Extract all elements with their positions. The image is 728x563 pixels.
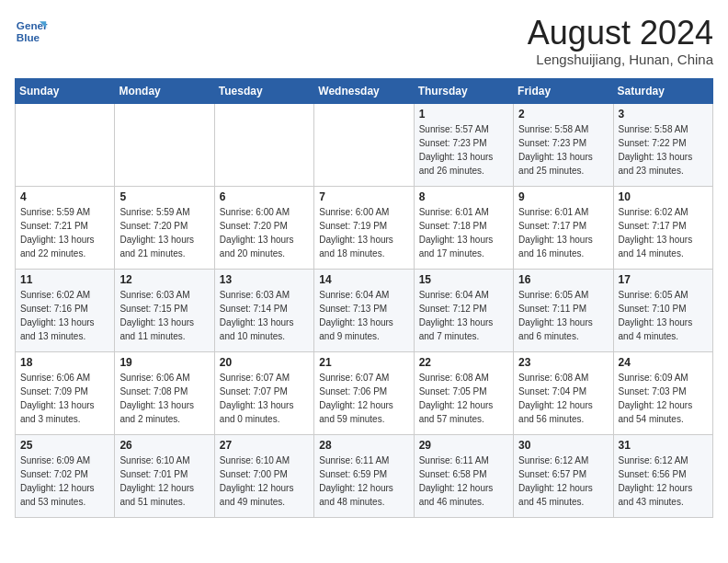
day-info: Sunrise: 6:00 AM Sunset: 7:20 PM Dayligh… [220,205,309,260]
day-info: Sunrise: 5:59 AM Sunset: 7:20 PM Dayligh… [119,205,209,260]
calendar-cell: 28Sunrise: 6:11 AM Sunset: 6:59 PM Dayli… [314,434,414,517]
calendar-cell: 9Sunrise: 6:01 AM Sunset: 7:17 PM Daylig… [514,186,613,269]
day-number: 27 [220,439,309,452]
day-info: Sunrise: 6:09 AM Sunset: 7:02 PM Dayligh… [20,454,109,509]
day-number: 8 [419,190,508,203]
calendar-cell [16,103,115,186]
calendar-cell: 8Sunrise: 6:01 AM Sunset: 7:18 PM Daylig… [414,186,513,269]
col-header-friday: Friday [514,78,613,103]
week-row-1: 1Sunrise: 5:57 AM Sunset: 7:23 PM Daylig… [16,103,713,186]
day-number: 20 [220,356,309,369]
day-info: Sunrise: 6:12 AM Sunset: 6:56 PM Dayligh… [619,454,708,509]
day-number: 13 [220,273,309,286]
calendar-cell: 2Sunrise: 5:58 AM Sunset: 7:23 PM Daylig… [514,103,613,186]
day-info: Sunrise: 6:02 AM Sunset: 7:17 PM Dayligh… [619,205,708,260]
day-number: 25 [20,439,109,452]
month-title: August 2024 [528,15,713,52]
day-number: 28 [319,439,408,452]
day-info: Sunrise: 5:59 AM Sunset: 7:21 PM Dayligh… [20,205,109,260]
col-header-tuesday: Tuesday [214,78,313,103]
calendar-header-row: SundayMondayTuesdayWednesdayThursdayFrid… [16,78,713,103]
day-info: Sunrise: 5:57 AM Sunset: 7:23 PM Dayligh… [419,122,508,178]
day-info: Sunrise: 6:10 AM Sunset: 7:01 PM Dayligh… [119,454,209,509]
week-row-5: 25Sunrise: 6:09 AM Sunset: 7:02 PM Dayli… [16,434,713,517]
day-number: 21 [319,356,408,369]
day-number: 5 [119,190,209,203]
day-number: 12 [119,273,209,286]
day-number: 2 [518,108,608,121]
calendar-cell: 3Sunrise: 5:58 AM Sunset: 7:22 PM Daylig… [613,103,712,186]
day-info: Sunrise: 6:09 AM Sunset: 7:03 PM Dayligh… [619,371,708,426]
calendar-cell: 13Sunrise: 6:03 AM Sunset: 7:14 PM Dayli… [214,269,313,351]
day-number: 16 [518,273,608,286]
day-info: Sunrise: 6:10 AM Sunset: 7:00 PM Dayligh… [220,454,309,509]
calendar-cell [115,103,214,186]
calendar-cell: 12Sunrise: 6:03 AM Sunset: 7:15 PM Dayli… [115,269,214,351]
day-number: 4 [20,190,109,203]
logo: General Blue [15,15,48,48]
calendar-cell: 26Sunrise: 6:10 AM Sunset: 7:01 PM Dayli… [115,434,214,517]
calendar-cell: 7Sunrise: 6:00 AM Sunset: 7:19 PM Daylig… [314,186,414,269]
calendar-cell: 29Sunrise: 6:11 AM Sunset: 6:58 PM Dayli… [414,434,513,517]
calendar-cell: 27Sunrise: 6:10 AM Sunset: 7:00 PM Dayli… [214,434,313,517]
calendar-cell: 10Sunrise: 6:02 AM Sunset: 7:17 PM Dayli… [613,186,712,269]
day-info: Sunrise: 6:12 AM Sunset: 6:57 PM Dayligh… [518,454,608,509]
day-info: Sunrise: 6:06 AM Sunset: 7:09 PM Dayligh… [20,371,109,426]
day-info: Sunrise: 6:05 AM Sunset: 7:10 PM Dayligh… [619,288,708,343]
calendar-cell: 4Sunrise: 5:59 AM Sunset: 7:21 PM Daylig… [16,186,115,269]
day-number: 10 [619,190,708,203]
day-info: Sunrise: 6:04 AM Sunset: 7:13 PM Dayligh… [319,288,408,343]
col-header-saturday: Saturday [613,78,712,103]
location: Lengshuijiang, Hunan, China [528,52,713,67]
day-info: Sunrise: 6:02 AM Sunset: 7:16 PM Dayligh… [20,288,109,343]
col-header-sunday: Sunday [16,78,115,103]
day-info: Sunrise: 6:01 AM Sunset: 7:17 PM Dayligh… [518,205,608,260]
calendar-cell: 24Sunrise: 6:09 AM Sunset: 7:03 PM Dayli… [613,351,712,434]
day-number: 30 [518,439,608,452]
calendar-cell: 5Sunrise: 5:59 AM Sunset: 7:20 PM Daylig… [115,186,214,269]
calendar-cell: 14Sunrise: 6:04 AM Sunset: 7:13 PM Dayli… [314,269,414,351]
week-row-3: 11Sunrise: 6:02 AM Sunset: 7:16 PM Dayli… [16,269,713,351]
logo-icon: General Blue [15,15,48,48]
day-number: 14 [319,273,408,286]
day-number: 1 [419,108,508,121]
day-number: 6 [220,190,309,203]
day-info: Sunrise: 6:11 AM Sunset: 6:59 PM Dayligh… [319,454,408,509]
calendar-cell: 31Sunrise: 6:12 AM Sunset: 6:56 PM Dayli… [613,434,712,517]
calendar-cell: 19Sunrise: 6:06 AM Sunset: 7:08 PM Dayli… [115,351,214,434]
calendar-cell: 21Sunrise: 6:07 AM Sunset: 7:06 PM Dayli… [314,351,414,434]
calendar-cell [314,103,414,186]
day-number: 3 [619,108,708,121]
calendar-cell: 15Sunrise: 6:04 AM Sunset: 7:12 PM Dayli… [414,269,513,351]
calendar-cell: 11Sunrise: 6:02 AM Sunset: 7:16 PM Dayli… [16,269,115,351]
day-info: Sunrise: 6:03 AM Sunset: 7:14 PM Dayligh… [220,288,309,343]
svg-text:Blue: Blue [17,31,40,43]
day-number: 26 [119,439,209,452]
day-info: Sunrise: 6:07 AM Sunset: 7:06 PM Dayligh… [319,371,408,426]
day-info: Sunrise: 6:01 AM Sunset: 7:18 PM Dayligh… [419,205,508,260]
col-header-monday: Monday [115,78,214,103]
day-info: Sunrise: 6:11 AM Sunset: 6:58 PM Dayligh… [419,454,508,509]
day-number: 29 [419,439,508,452]
day-number: 7 [319,190,408,203]
calendar-table: SundayMondayTuesdayWednesdayThursdayFrid… [15,78,713,518]
page-header: General Blue August 2024 Lengshuijiang, … [15,15,713,67]
week-row-4: 18Sunrise: 6:06 AM Sunset: 7:09 PM Dayli… [16,351,713,434]
day-info: Sunrise: 5:58 AM Sunset: 7:23 PM Dayligh… [518,122,608,178]
calendar-cell: 16Sunrise: 6:05 AM Sunset: 7:11 PM Dayli… [514,269,613,351]
calendar-cell: 25Sunrise: 6:09 AM Sunset: 7:02 PM Dayli… [16,434,115,517]
day-number: 17 [619,273,708,286]
day-info: Sunrise: 5:58 AM Sunset: 7:22 PM Dayligh… [619,122,708,178]
day-info: Sunrise: 6:04 AM Sunset: 7:12 PM Dayligh… [419,288,508,343]
day-info: Sunrise: 6:08 AM Sunset: 7:05 PM Dayligh… [419,371,508,426]
col-header-wednesday: Wednesday [314,78,414,103]
day-info: Sunrise: 6:00 AM Sunset: 7:19 PM Dayligh… [319,205,408,260]
calendar-cell: 30Sunrise: 6:12 AM Sunset: 6:57 PM Dayli… [514,434,613,517]
day-info: Sunrise: 6:08 AM Sunset: 7:04 PM Dayligh… [518,371,608,426]
day-number: 24 [619,356,708,369]
day-number: 23 [518,356,608,369]
calendar-cell: 6Sunrise: 6:00 AM Sunset: 7:20 PM Daylig… [214,186,313,269]
calendar-cell [214,103,313,186]
calendar-cell: 1Sunrise: 5:57 AM Sunset: 7:23 PM Daylig… [414,103,513,186]
day-number: 11 [20,273,109,286]
